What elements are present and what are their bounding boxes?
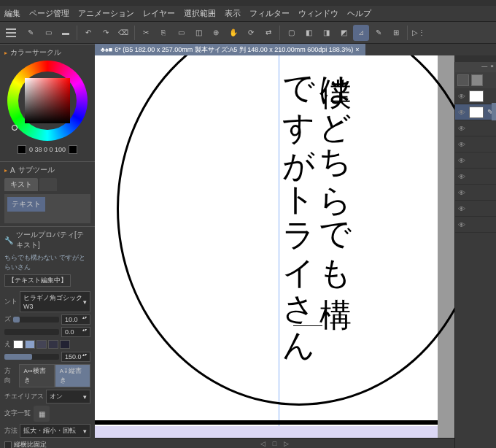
layer-thumb — [469, 90, 484, 102]
tab-icons: ♣♠■ — [101, 46, 112, 53]
color-wheel[interactable] — [7, 61, 88, 141]
panel-close-icon[interactable]: × — [490, 63, 494, 72]
swatch-bg[interactable] — [69, 145, 77, 154]
eye-icon[interactable]: 👁 — [458, 173, 465, 180]
clear-button[interactable]: ⌫ — [115, 25, 131, 41]
btn-b[interactable]: ◧ — [301, 25, 317, 41]
size-spinner[interactable]: 10.0▴▾ — [61, 314, 90, 325]
nav-prev-icon[interactable]: ◁ — [260, 440, 266, 447]
eye-icon[interactable]: 👁 — [458, 221, 465, 228]
btn-c[interactable]: ◨ — [318, 25, 334, 41]
toolprop-title: ツールプロパティ[テキスト] — [16, 230, 90, 250]
charlist-button[interactable]: ▦ — [34, 406, 50, 422]
menu-selection[interactable]: 選択範囲 — [184, 8, 216, 19]
copy-button[interactable]: ⎘ — [155, 25, 171, 41]
subtool-tab-text[interactable]: キスト — [4, 178, 38, 191]
layer-tool-b[interactable] — [471, 74, 483, 86]
document-tab[interactable]: ♣♠■ 6* (B5 182.00 x 257.00mm 製本サイズ:A5 判 … — [95, 44, 365, 55]
layer-row[interactable]: 👁 — [455, 120, 496, 136]
swatch-fg[interactable] — [18, 145, 26, 154]
dir-horizontal-button[interactable]: A↦横書き — [19, 364, 55, 387]
color-panel: ▸カラーサークル 0 38 0 0 100 — [0, 44, 95, 161]
layer-tool-a[interactable] — [457, 74, 469, 86]
dir-vertical-button[interactable]: A↧縦書き — [55, 364, 90, 387]
transform-dropdown[interactable]: 拡大・縮小・回転▾ — [20, 424, 90, 438]
canvas-viewport[interactable]: 僕はどちらでも構 ですがトライさん — [95, 55, 454, 438]
antialias-dropdown[interactable]: オン▾ — [46, 390, 90, 403]
btn-a[interactable]: ▢ — [283, 25, 299, 41]
size-slider[interactable] — [13, 317, 59, 323]
layer-row[interactable]: 👁 — [455, 201, 496, 217]
font-dropdown[interactable]: ヒラギノ角ゴシック W3▾ — [20, 291, 90, 312]
layer-row-selected[interactable]: 👁 ✎ — [455, 104, 496, 120]
subtool-text-item[interactable]: テキスト — [7, 197, 45, 212]
layer-row[interactable]: 👁 — [455, 169, 496, 185]
open-button[interactable]: ▭ — [40, 25, 56, 41]
snap-button[interactable]: ⊿ — [353, 25, 369, 41]
document-tabs: ♣♠■ 6* (B5 182.00 x 257.00mm 製本サイズ:A5 判 … — [95, 44, 496, 55]
layer-row[interactable]: 👁 — [455, 88, 496, 104]
menu-view[interactable]: 表示 — [225, 8, 241, 19]
menu-animation[interactable]: アニメーション — [78, 8, 134, 19]
layer-row[interactable]: 👁 — [455, 217, 496, 233]
undo-button[interactable]: ↶ — [80, 25, 96, 41]
panel-min-icon[interactable]: — — [481, 63, 487, 72]
redo-button[interactable]: ↷ — [98, 25, 114, 41]
menu-window[interactable]: ウィンドウ — [298, 8, 338, 19]
layer-row[interactable]: 👁 — [455, 152, 496, 169]
rect-button[interactable]: ▭ — [173, 25, 189, 41]
tab-close-icon[interactable]: × — [355, 46, 359, 53]
eye-icon[interactable]: 👁 — [458, 157, 465, 164]
eye-icon[interactable]: 👁 — [458, 109, 465, 116]
color-panel-title: カラーサークル — [10, 47, 61, 58]
sel-button[interactable]: ◫ — [190, 25, 206, 41]
layer-row[interactable]: 👁 — [455, 185, 496, 201]
page[interactable]: 僕はどちらでも構 ですがトライさん — [95, 55, 438, 438]
menu-edit[interactable]: 編集 — [4, 8, 20, 19]
menu-filter[interactable]: フィルター — [249, 8, 290, 19]
rotate-button[interactable]: ⟳ — [243, 25, 259, 41]
nav-stop-icon[interactable]: □ — [273, 440, 276, 447]
save-button[interactable]: ▬ — [58, 25, 74, 41]
style-swatches[interactable] — [13, 340, 70, 349]
eye-icon[interactable]: 👁 — [458, 189, 465, 196]
left-panel: ▸カラーサークル 0 38 0 0 100 ▸Aサブツール キスト テキスト 🔧… — [0, 44, 95, 448]
spacing-slider[interactable] — [4, 329, 59, 335]
nav-next-icon[interactable]: ▷ — [284, 440, 289, 447]
btn-d[interactable]: ◩ — [336, 25, 352, 41]
eye-icon[interactable]: 👁 — [458, 141, 465, 148]
menu-layer[interactable]: レイヤー — [143, 8, 175, 19]
main-toolbar: ✎ ▭ ▬ ↶ ↷ ⌫ ✂ ⎘ ▭ ◫ ⊕ ✋ ⟳ ⇄ ▢ ◧ ◨ ◩ ⊿ ✎ … — [0, 22, 496, 44]
eye-icon[interactable]: 👁 — [458, 125, 465, 132]
new-button[interactable]: ✎ — [23, 25, 39, 41]
panel-toggle-icon[interactable]: ▸ — [4, 167, 7, 174]
chevron-down-icon: ▾ — [83, 428, 87, 435]
toolprop-panel: 🔧ツールプロパティ[テキスト] ちらでも構わない ですがとらいさん 【テキスト編… — [0, 226, 95, 448]
wrench-icon: 🔧 — [4, 236, 13, 244]
panel-toggle-icon[interactable]: ▸ — [4, 50, 7, 56]
play-button[interactable]: ▷⋮ — [411, 25, 427, 41]
flip-button[interactable]: ⇄ — [260, 25, 276, 41]
menu-help[interactable]: ヘルプ — [347, 8, 371, 19]
tab-title: 6* (B5 182.00 x 257.00mm 製本サイズ:A5 判 148.… — [115, 45, 353, 55]
sv-picker[interactable] — [25, 78, 70, 123]
lineheight-slider[interactable] — [4, 354, 59, 360]
cut-button[interactable]: ✂ — [138, 25, 154, 41]
editing-status: 【テキスト編集中】 — [4, 274, 71, 287]
lineheight-spinner[interactable]: 150.0▴▾ — [61, 352, 90, 362]
spacing-spinner[interactable]: 0.0▴▾ — [61, 327, 90, 337]
menu-icon[interactable] — [3, 25, 19, 41]
layer-row[interactable]: 👁 — [455, 136, 496, 152]
aspect-checkbox[interactable]: 縦横比固定 — [4, 440, 90, 448]
eye-icon[interactable]: 👁 — [458, 205, 465, 212]
menu-page[interactable]: ページ管理 — [29, 8, 69, 19]
frame-gap — [95, 426, 438, 438]
btn-f[interactable]: ⊞ — [388, 25, 404, 41]
zoom-button[interactable]: ⊕ — [208, 25, 224, 41]
btn-e[interactable]: ✎ — [371, 25, 387, 41]
vertical-text-2[interactable]: ですがトライさん — [278, 55, 321, 346]
subtool-tab-2[interactable] — [39, 178, 57, 191]
eye-icon[interactable]: 👁 — [458, 93, 465, 100]
hue-indicator[interactable] — [12, 125, 18, 131]
hand-button[interactable]: ✋ — [225, 25, 241, 41]
